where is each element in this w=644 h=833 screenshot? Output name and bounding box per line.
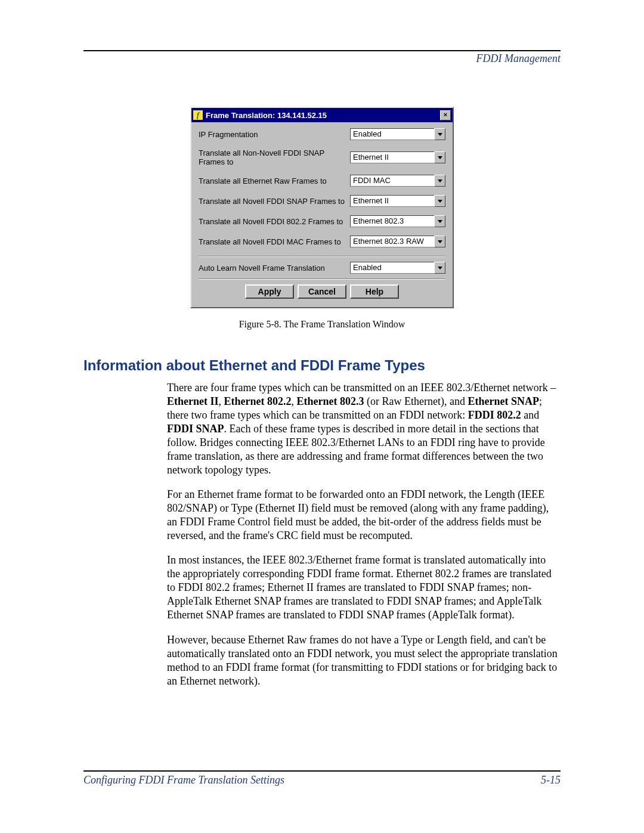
label-novell-mac: Translate all Novell FDDI MAC Frames to: [199, 237, 350, 246]
text-bold: Ethernet 802.3: [296, 395, 364, 407]
section-heading: Information about Ethernet and FDDI Fram…: [83, 357, 561, 374]
text-run: ,: [219, 395, 224, 407]
app-icon: f: [193, 110, 203, 120]
button-row: Apply Cancel Help: [199, 284, 445, 301]
frame-translation-dialog: f Frame Translation: 134.141.52.15 × IP …: [190, 107, 454, 308]
close-icon[interactable]: ×: [440, 110, 451, 120]
label-novell-8022: Translate all Novell FDDI 802.2 Frames t…: [199, 217, 350, 226]
text-bold: Ethernet SNAP: [467, 395, 539, 407]
select-value: Ethernet II: [350, 195, 434, 207]
text-bold: FDDI 802.2: [468, 409, 521, 421]
titlebar: f Frame Translation: 134.141.52.15 ×: [191, 108, 453, 122]
paragraph-1: There are four frame types which can be …: [167, 381, 561, 477]
select-novell-8022[interactable]: Ethernet 802.3: [350, 215, 445, 227]
row-nonnovell-snap: Translate all Non-Novell FDDI SNAP Frame…: [199, 148, 445, 166]
text-bold: FDDI SNAP: [167, 423, 224, 435]
chevron-down-icon[interactable]: [434, 175, 445, 187]
row-novell-snap: Translate all Novell FDDI SNAP Frames to…: [199, 195, 445, 207]
select-novell-mac[interactable]: Ethernet 802.3 RAW: [350, 236, 445, 247]
row-ip-fragmentation: IP Fragmentation Enabled: [199, 128, 445, 140]
figure-caption: Figure 5-8. The Frame Translation Window: [239, 319, 405, 330]
dialog-body: IP Fragmentation Enabled Translate all N…: [191, 122, 453, 307]
figure: f Frame Translation: 134.141.52.15 × IP …: [83, 107, 561, 330]
section-title: FDDI Management: [83, 52, 561, 65]
label-novell-snap: Translate all Novell FDDI SNAP Frames to: [199, 197, 350, 206]
label-nonnovell-snap: Translate all Non-Novell FDDI SNAP Frame…: [199, 148, 350, 166]
footer-rule: [83, 770, 561, 772]
chevron-down-icon[interactable]: [434, 215, 445, 227]
header-rule: [83, 50, 561, 51]
help-button[interactable]: Help: [350, 284, 399, 299]
chevron-down-icon[interactable]: [434, 236, 445, 247]
separator: [199, 256, 445, 257]
paragraph-2: For an Ethernet frame format to be forwa…: [167, 488, 561, 543]
row-auto-learn: Auto Learn Novell Frame Translation Enab…: [199, 262, 445, 274]
paragraph-3: In most instances, the IEEE 802.3/Ethern…: [167, 553, 561, 622]
page: FDDI Management f Frame Translation: 134…: [0, 0, 644, 833]
label-ip-fragmentation: IP Fragmentation: [199, 130, 350, 139]
select-value: FDDI MAC: [350, 175, 434, 187]
select-ethernet-raw[interactable]: FDDI MAC: [350, 175, 445, 187]
label-auto-learn: Auto Learn Novell Frame Translation: [199, 264, 350, 272]
chevron-down-icon[interactable]: [434, 151, 445, 163]
body-text: There are four frame types which can be …: [167, 381, 561, 688]
window-title: Frame Translation: 134.141.52.15: [206, 111, 440, 120]
select-value: Enabled: [350, 128, 434, 140]
page-number: 5-15: [541, 774, 561, 786]
chevron-down-icon[interactable]: [434, 128, 445, 140]
chevron-down-icon[interactable]: [434, 195, 445, 207]
select-value: Ethernet 802.3: [350, 215, 434, 227]
app-icon-glyph: f: [197, 112, 199, 119]
paragraph-4: However, because Ethernet Raw frames do …: [167, 633, 561, 688]
text-run: There are four frame types which can be …: [167, 382, 556, 394]
select-ip-fragmentation[interactable]: Enabled: [350, 128, 445, 140]
footer: Configuring FDDI Frame Translation Setti…: [83, 770, 561, 786]
text-bold: Ethernet 802.2: [224, 395, 292, 407]
text-bold: Ethernet II: [167, 395, 219, 407]
separator: [199, 278, 445, 280]
row-ethernet-raw: Translate all Ethernet Raw Frames to FDD…: [199, 175, 445, 187]
cancel-button[interactable]: Cancel: [298, 284, 346, 299]
text-run: and: [521, 409, 540, 421]
text-run: . Each of these frame types is described…: [167, 423, 545, 476]
footer-left: Configuring FDDI Frame Translation Setti…: [83, 774, 284, 786]
row-novell-mac: Translate all Novell FDDI MAC Frames to …: [199, 236, 445, 247]
select-value: Ethernet II: [350, 151, 434, 163]
row-novell-8022: Translate all Novell FDDI 802.2 Frames t…: [199, 215, 445, 227]
apply-button[interactable]: Apply: [245, 284, 294, 299]
select-novell-snap[interactable]: Ethernet II: [350, 195, 445, 207]
select-nonnovell-snap[interactable]: Ethernet II: [350, 151, 445, 163]
text-run: (or Raw Ethernet), and: [364, 395, 467, 407]
select-value: Enabled: [350, 262, 434, 274]
chevron-down-icon[interactable]: [434, 262, 445, 274]
label-ethernet-raw: Translate all Ethernet Raw Frames to: [199, 176, 350, 185]
select-value: Ethernet 802.3 RAW: [350, 236, 434, 247]
select-auto-learn[interactable]: Enabled: [350, 262, 445, 274]
